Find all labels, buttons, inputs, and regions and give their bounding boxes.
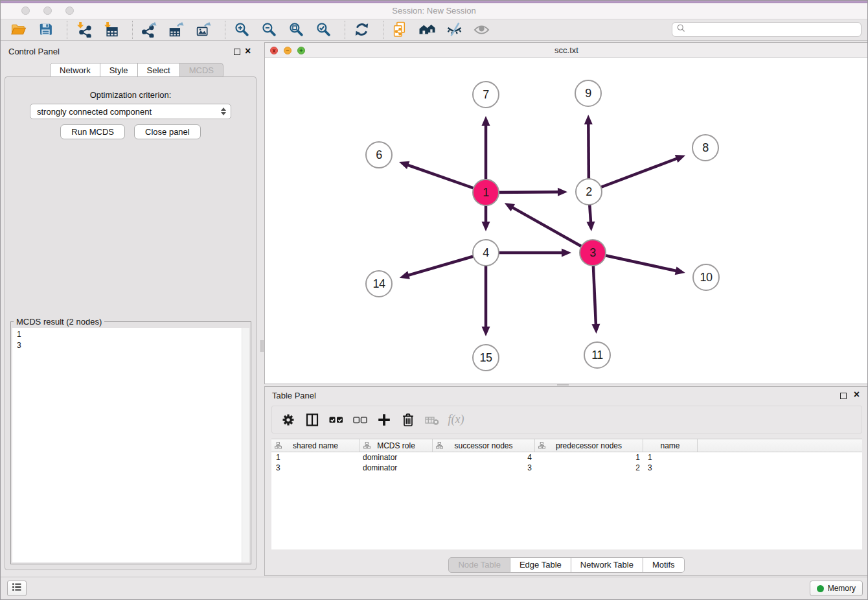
table-tabs: Node TableEdge TableNetwork TableMotifs	[265, 557, 868, 573]
search-icon	[676, 23, 686, 36]
graph-arrowhead	[584, 115, 593, 124]
tree-icon	[363, 442, 371, 451]
column-view-icon[interactable]	[303, 411, 322, 429]
run-mcds-button[interactable]: Run MCDS	[60, 124, 125, 139]
column-header-name[interactable]: name	[643, 439, 698, 452]
table-cell[interactable]: 1	[535, 452, 643, 463]
table-row[interactable]: 1dominator411	[271, 452, 862, 463]
import-network-icon[interactable]	[75, 21, 93, 38]
network-window-title: scc.txt	[265, 43, 868, 58]
table-cell[interactable]: 1	[643, 452, 698, 463]
task-history-button[interactable]	[7, 581, 27, 596]
function-icon[interactable]: f(x)	[446, 411, 466, 429]
open-folder-icon[interactable]	[10, 21, 27, 38]
network-canvas[interactable]: 7968124314101511	[265, 58, 868, 384]
refresh-icon[interactable]	[353, 21, 371, 38]
network-view-window: x − + scc.txt 7968124314101511	[264, 42, 868, 384]
column-label: shared name	[293, 441, 338, 450]
graph-node-7[interactable]: 7	[472, 81, 499, 108]
graph-node-1[interactable]: 1	[472, 179, 499, 206]
network-document-icon[interactable]	[391, 21, 409, 38]
import-table-icon[interactable]	[102, 21, 120, 38]
table-cell[interactable]: 3	[271, 463, 360, 473]
mcds-result-area[interactable]: 13	[12, 328, 249, 562]
export-network-icon[interactable]	[141, 21, 158, 38]
table-cell[interactable]: 4	[433, 452, 535, 463]
delete-table-icon[interactable]	[422, 411, 442, 429]
graph-node-14[interactable]: 14	[365, 270, 393, 297]
mcds-result-line: 1	[12, 329, 242, 340]
graph-node-4[interactable]: 4	[472, 239, 499, 266]
toolbar-separator	[383, 21, 383, 39]
graph-node-9[interactable]: 9	[575, 80, 602, 107]
control-panel: Control Panel × NetworkStyleSelectMCDS O…	[1, 41, 261, 579]
search-box[interactable]	[672, 22, 862, 37]
table-cell[interactable]: 3	[433, 463, 535, 473]
column-header-predecessor-nodes[interactable]: predecessor nodes	[535, 439, 643, 452]
tree-icon	[538, 442, 545, 451]
table-row[interactable]: 3dominator323	[271, 463, 862, 473]
column-label: predecessor nodes	[556, 441, 622, 450]
result-scrollbar[interactable]	[242, 328, 249, 562]
float-panel-icon[interactable]	[234, 49, 240, 55]
mcds-panel: Optimization criterion: strongly connect…	[5, 76, 257, 570]
graph-arrowhead	[558, 188, 567, 196]
graph-node-3[interactable]: 3	[579, 239, 606, 266]
table-cell[interactable]: 3	[643, 463, 698, 473]
table-cell[interactable]: 2	[535, 463, 643, 473]
delete-icon[interactable]	[398, 411, 418, 429]
graph-node-15[interactable]: 15	[472, 344, 499, 371]
table-body[interactable]: 1dominator4113dominator323	[271, 452, 862, 549]
select-all-icon[interactable]	[326, 411, 346, 429]
column-header-shared-name[interactable]: shared name	[271, 439, 360, 452]
table-close-icon[interactable]: ×	[854, 390, 860, 399]
graph-edge-2-8[interactable]	[589, 158, 678, 192]
toolbar-separator	[132, 21, 133, 39]
table-tab-network-table[interactable]: Network Table	[571, 557, 643, 573]
table-tab-node-table[interactable]: Node Table	[448, 557, 510, 573]
graph-arrowhead	[482, 116, 490, 126]
table-tab-motifs[interactable]: Motifs	[643, 557, 685, 573]
graph-node-2[interactable]: 2	[575, 178, 602, 205]
graph-node-10[interactable]: 10	[692, 264, 720, 291]
show-graphics-icon[interactable]	[473, 21, 490, 38]
table-header-row: shared nameMCDS rolesuccessor nodesprede…	[271, 439, 862, 452]
graph-node-8[interactable]: 8	[692, 134, 719, 161]
memory-label: Memory	[828, 584, 856, 593]
deselect-all-icon[interactable]	[350, 411, 370, 429]
graph-node-11[interactable]: 11	[584, 341, 611, 369]
export-table-icon[interactable]	[168, 21, 185, 38]
home-icon[interactable]	[418, 21, 436, 38]
table-cell[interactable]: dominator	[360, 452, 433, 463]
column-header-successor-nodes[interactable]: successor nodes	[433, 439, 535, 452]
save-icon[interactable]	[37, 21, 54, 38]
zoom-selected-icon[interactable]	[315, 21, 332, 38]
column-header-MCDS-role[interactable]: MCDS role	[360, 439, 433, 452]
export-image-icon[interactable]	[195, 21, 212, 38]
table-tab-edge-table[interactable]: Edge Table	[510, 557, 571, 573]
table-cell[interactable]: dominator	[360, 463, 433, 473]
close-panel-icon[interactable]: ×	[245, 47, 251, 56]
criterion-select[interactable]: strongly connected component	[30, 104, 231, 119]
title-bar: Session: New Session	[1, 1, 867, 19]
optimization-label: Optimization criterion:	[5, 90, 256, 100]
add-icon[interactable]	[374, 411, 394, 429]
table-cell[interactable]: 1	[271, 452, 360, 463]
list-icon	[11, 581, 23, 595]
zoom-in-icon[interactable]	[233, 21, 251, 38]
table-panel-title: Table Panel	[272, 391, 316, 400]
table-float-icon[interactable]	[840, 393, 847, 399]
close-panel-button[interactable]: Close panel	[134, 124, 201, 139]
table-panel: Table Panel × f(x) shared nameMCDS roles…	[264, 386, 868, 576]
graph-arrowhead	[591, 324, 600, 334]
select-stepper-icon	[221, 108, 226, 115]
zoom-fit-icon[interactable]	[288, 21, 305, 38]
gear-icon[interactable]	[279, 411, 298, 429]
memory-button[interactable]: Memory	[810, 581, 863, 596]
search-input[interactable]	[689, 23, 861, 36]
graph-node-6[interactable]: 6	[365, 141, 393, 168]
mcds-result-title: MCDS result (2 nodes)	[14, 317, 104, 327]
zoom-out-icon[interactable]	[260, 21, 278, 38]
graph-arrowhead	[586, 222, 595, 231]
hide-graphics-icon[interactable]	[446, 21, 463, 38]
